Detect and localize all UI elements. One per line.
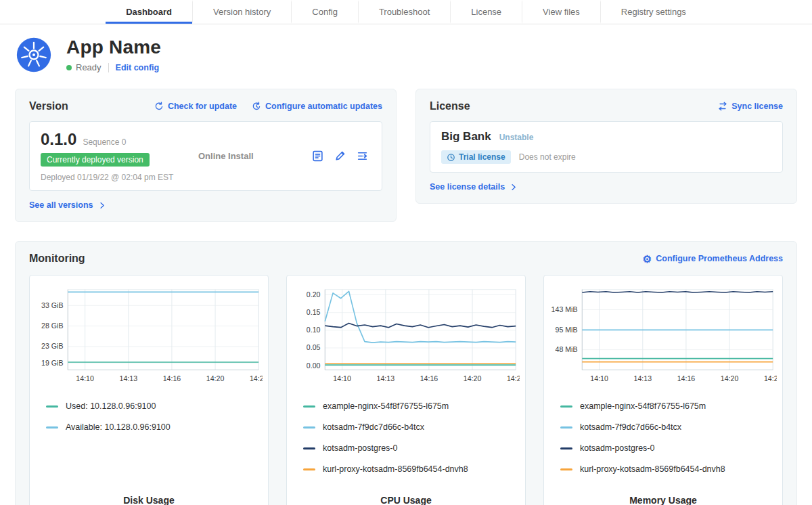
x-tick-label: 14:16 (163, 374, 181, 382)
version-header-links: Check for update Configure automatic upd… (154, 102, 382, 111)
channel-label: Unstable (499, 133, 534, 142)
sync-license-link[interactable]: Sync license (718, 102, 783, 111)
configure-auto-updates-link[interactable]: Configure automatic updates (252, 102, 382, 111)
chart-title: Disk Usage (35, 485, 263, 505)
status-label: Ready (76, 62, 102, 72)
deploy-logs-button[interactable] (357, 150, 368, 162)
tab-dashboard[interactable]: Dashboard (106, 0, 192, 24)
release-notes-icon (312, 150, 323, 162)
y-tick-label: 95 MiB (555, 326, 577, 334)
legend-label: kotsadm-7f9dc7d66c-b4tcx (580, 422, 681, 432)
series-dash-icon (303, 468, 315, 470)
tab-registry-settings[interactable]: Registry settings (600, 0, 706, 24)
release-notes-button[interactable] (312, 150, 323, 162)
series-line (582, 292, 773, 292)
series-dash-icon (560, 447, 572, 449)
kots-admin-console: Dashboard Version history Config Trouble… (0, 0, 812, 505)
legend-item: example-nginx-54f8f76755-l675m (303, 401, 520, 411)
configure-auto-updates-label: Configure automatic updates (265, 102, 382, 111)
see-license-details-link[interactable]: See license details (430, 182, 518, 192)
disk-usage-chart: 19 GiB23 GiB28 GiB33 GiB14:1014:1314:161… (35, 284, 263, 389)
refresh-icon (154, 102, 164, 111)
plot-area (68, 290, 258, 370)
current-version-box: 0.1.0 Sequence 0 Currently deployed vers… (29, 121, 382, 191)
customer-name: Big Bank (441, 130, 491, 144)
deployed-timestamp: Deployed 01/19/22 @ 02:04 pm EST (41, 173, 179, 182)
x-tick-label: 14:20 (464, 374, 482, 382)
chart-title: Memory Usage (549, 485, 777, 505)
check-for-update-label: Check for update (168, 102, 237, 111)
see-license-details-label: See license details (430, 182, 505, 192)
clock-icon (447, 153, 455, 162)
auto-update-clock-icon (252, 102, 261, 111)
x-tick-label: 14:23 (764, 374, 777, 382)
y-tick-label: 0.05 (307, 343, 321, 351)
legend-item: example-nginx-54f8f76755-l675m (560, 401, 777, 411)
y-tick-label: 0.10 (307, 326, 321, 334)
x-tick-label: 14:20 (206, 374, 225, 382)
x-tick-label: 14:10 (590, 374, 608, 382)
license-card-header: License Sync license (430, 100, 783, 112)
legend-label: kotsadm-postgres-0 (323, 443, 397, 453)
expiry-label: Does not expire (519, 152, 576, 162)
tab-license[interactable]: License (450, 0, 522, 24)
cpu-usage-legend: example-nginx-54f8f76755-l675m kotsadm-7… (303, 401, 520, 485)
series-dash-icon (46, 426, 58, 429)
license-card-title: License (430, 100, 470, 112)
app-header: App Name Ready Edit config (0, 24, 812, 76)
disk-usage-legend: Used: 10.128.0.96:9100 Available: 10.128… (46, 401, 263, 443)
kubernetes-logo-icon (16, 37, 51, 72)
monitoring-section: Monitoring ⚙ Configure Prometheus Addres… (15, 241, 797, 505)
legend-item: kotsadm-postgres-0 (303, 443, 520, 453)
tab-view-files[interactable]: View files (522, 0, 600, 24)
disk-usage-chart-card: 19 GiB23 GiB28 GiB33 GiB14:1014:1314:161… (29, 275, 269, 505)
license-card: License Sync license Big Bank (415, 89, 797, 204)
deployed-badge: Currently deployed version (41, 153, 150, 167)
y-tick-label: 0.00 (307, 361, 321, 370)
legend-item: kotsadm-postgres-0 (560, 443, 777, 453)
top-nav: Dashboard Version history Config Trouble… (0, 0, 812, 24)
edit-config-link[interactable]: Edit config (116, 63, 160, 72)
series-dash-icon (560, 426, 572, 429)
memory-usage-chart-card: 48 MiB95 MiB143 MiB14:1014:1314:1614:201… (543, 275, 783, 505)
legend-label: example-nginx-54f8f76755-l675m (323, 401, 449, 411)
legend-label: kotsadm-postgres-0 (580, 443, 654, 453)
cpu-usage-chart-card: 0.000.050.100.150.2014:1014:1314:1614:20… (286, 275, 526, 505)
memory-usage-chart: 48 MiB95 MiB143 MiB14:1014:1314:1614:201… (549, 284, 777, 389)
memory-usage-legend: example-nginx-54f8f76755-l675m kotsadm-7… (560, 401, 777, 485)
divider (108, 63, 109, 72)
license-info-box: Big Bank Unstable Trial license Does not… (430, 121, 783, 173)
version-actions (312, 150, 371, 162)
tab-config[interactable]: Config (291, 0, 358, 24)
series-dash-icon (303, 447, 315, 449)
tab-version-history[interactable]: Version history (192, 0, 291, 24)
trial-license-label: Trial license (459, 152, 505, 162)
x-tick-label: 14:20 (721, 374, 739, 382)
legend-item: Available: 10.128.0.96:9100 (46, 422, 263, 432)
status-badge: Ready (66, 62, 102, 72)
gear-icon: ⚙ (643, 254, 652, 264)
legend-item: kurl-proxy-kotsadm-8569fb6454-dnvh8 (303, 464, 520, 474)
app-status-row: Ready Edit config (66, 62, 161, 72)
x-tick-label: 14:13 (377, 374, 395, 382)
monitoring-header: Monitoring ⚙ Configure Prometheus Addres… (29, 252, 783, 265)
version-card-header: Version Check for update (29, 100, 382, 112)
monitoring-title: Monitoring (29, 252, 85, 265)
check-for-update-link[interactable]: Check for update (154, 102, 237, 111)
trial-license-badge: Trial license (441, 150, 511, 164)
chart-title: CPU Usage (292, 485, 520, 505)
version-info: 0.1.0 Sequence 0 Currently deployed vers… (41, 130, 179, 182)
tab-troubleshoot[interactable]: Troubleshoot (358, 0, 450, 24)
main-content: Version Check for update (0, 76, 812, 505)
edit-config-button[interactable] (334, 150, 346, 162)
y-tick-label: 48 MiB (555, 345, 577, 353)
legend-item: kotsadm-7f9dc7d66c-b4tcx (303, 422, 520, 432)
see-all-versions-link[interactable]: See all versions (29, 200, 106, 210)
cards-row: Version Check for update (15, 89, 797, 222)
see-all-versions-label: See all versions (29, 200, 93, 210)
configure-prometheus-link[interactable]: ⚙ Configure Prometheus Address (643, 254, 783, 264)
version-card: Version Check for update (15, 89, 397, 222)
legend-item: Used: 10.128.0.96:9100 (46, 401, 263, 411)
logs-lines-icon (357, 150, 368, 162)
series-dash-icon (46, 405, 58, 408)
